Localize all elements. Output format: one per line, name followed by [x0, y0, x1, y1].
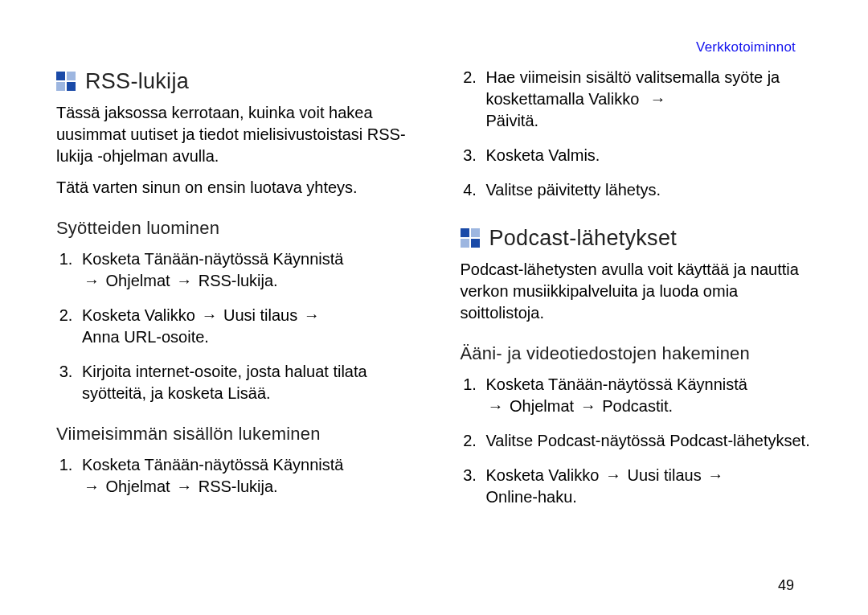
- rss-intro-1: Tässä jaksossa kerrotaan, kuinka voit ha…: [56, 102, 416, 167]
- list-item: Valitse päivitetty lähetys.: [481, 179, 821, 201]
- list-item: Kosketa Tänään-näytössä Käynnistä → Ohje…: [77, 248, 416, 292]
- arrow-icon: →: [579, 396, 598, 417]
- rss-create-steps: Kosketa Tänään-näytössä Käynnistä → Ohje…: [56, 248, 416, 404]
- list-item: Kosketa Valikko → Uusi tilaus → Anna URL…: [77, 305, 416, 348]
- grid-icon: [56, 72, 76, 91]
- step-text: Valitse Podcast-näytössä: [486, 432, 670, 449]
- rss-subhead-read: Viimeisimmän sisällön lukeminen: [56, 422, 416, 446]
- podcast-heading: Podcast-lähetykset: [461, 223, 821, 252]
- list-item: Kirjoita internet-osoite, josta haluat t…: [77, 361, 416, 404]
- arrow-icon: →: [174, 270, 194, 292]
- podcast-intro: Podcast-lähetysten avulla voit käyttää j…: [461, 259, 821, 324]
- arrow-icon: →: [199, 305, 219, 326]
- step-text: Kosketa Tänään-näytössä: [82, 250, 273, 268]
- step-text: Kosketa: [82, 306, 145, 324]
- rss-heading: RSS-lukija: [56, 67, 416, 96]
- ui-label: Valmis: [548, 146, 596, 164]
- arrow-icon: →: [174, 476, 194, 498]
- left-column: RSS-lukija Tässä jaksossa kerrotaan, kui…: [56, 67, 416, 521]
- arrow-icon: →: [82, 476, 101, 498]
- ui-label: Valikko: [588, 90, 639, 108]
- ui-label: RSS-lukija: [199, 272, 273, 289]
- ui-label: Valikko: [145, 306, 195, 324]
- rss-intro-2: Tätä varten sinun on ensin luotava yhtey…: [56, 177, 416, 199]
- step-text: Kirjoita internet-osoite, josta haluat t…: [82, 363, 367, 402]
- ui-label: Podcast-lähetykset: [669, 432, 805, 449]
- ui-label: Ohjelmat: [510, 397, 574, 415]
- ui-label: Uusi tilaus: [627, 466, 701, 484]
- rss-subhead-create: Syötteiden luominen: [56, 216, 416, 240]
- page: Verkkotoiminnot RSS-lukija Tässä jaksoss…: [0, 0, 868, 615]
- step-text: Valitse päivitetty lähetys.: [486, 181, 661, 199]
- ui-label: Valikko: [548, 466, 599, 484]
- arrow-icon: →: [486, 396, 506, 417]
- arrow-icon: →: [302, 305, 321, 326]
- podcast-title: Podcast-lähetykset: [489, 223, 678, 252]
- step-text: Kosketa: [486, 146, 549, 164]
- list-item: Kosketa Tänään-näytössä Käynnistä → Ohje…: [77, 454, 416, 498]
- podcast-subhead: Ääni- ja videotiedostojen hakeminen: [461, 342, 821, 366]
- ui-label: Lisää: [227, 384, 266, 402]
- grid-icon: [461, 228, 480, 248]
- ui-label: Anna URL-osoite: [82, 328, 204, 346]
- ui-label: Uusi tilaus: [223, 306, 297, 324]
- step-text: Kosketa: [486, 466, 549, 484]
- step-text: Kosketa Tänään-näytössä: [486, 375, 678, 393]
- ui-label: Ohjelmat: [106, 478, 170, 495]
- list-item: Kosketa Tänään-näytössä Käynnistä → Ohje…: [481, 374, 821, 417]
- rss-title: RSS-lukija: [85, 67, 189, 96]
- list-item: Kosketa Valikko → Uusi tilaus → Online-h…: [481, 465, 821, 508]
- ui-label: Ohjelmat: [106, 272, 170, 289]
- header-section-label: Verkkotoiminnot: [696, 39, 796, 57]
- arrow-icon: →: [648, 88, 667, 110]
- list-item: Valitse Podcast-näytössä Podcast-lähetyk…: [481, 430, 821, 452]
- arrow-icon: →: [706, 465, 725, 486]
- step-text: Kosketa Tänään-näytössä: [82, 456, 273, 474]
- rss-read-steps-cont: Hae viimeisin sisältö valitsemalla syöte…: [461, 67, 821, 201]
- arrow-icon: →: [604, 465, 623, 486]
- podcast-steps: Kosketa Tänään-näytössä Käynnistä → Ohje…: [461, 374, 821, 508]
- ui-label: Käynnistä: [273, 456, 344, 474]
- page-number: 49: [778, 576, 794, 595]
- right-column: Hae viimeisin sisältö valitsemalla syöte…: [461, 67, 821, 521]
- list-item: Kosketa Valmis.: [481, 145, 821, 166]
- ui-label: Käynnistä: [677, 375, 747, 393]
- ui-label: Käynnistä: [273, 250, 344, 268]
- list-item: Hae viimeisin sisältö valitsemalla syöte…: [481, 67, 821, 132]
- ui-label: Podcastit: [602, 397, 668, 415]
- arrow-icon: →: [82, 270, 101, 292]
- ui-label: Päivitä: [486, 112, 534, 129]
- ui-label: Online-haku: [486, 488, 573, 506]
- rss-read-steps: Kosketa Tänään-näytössä Käynnistä → Ohje…: [56, 454, 416, 498]
- ui-label: RSS-lukija: [199, 478, 273, 495]
- content-columns: RSS-lukija Tässä jaksossa kerrotaan, kui…: [56, 67, 820, 521]
